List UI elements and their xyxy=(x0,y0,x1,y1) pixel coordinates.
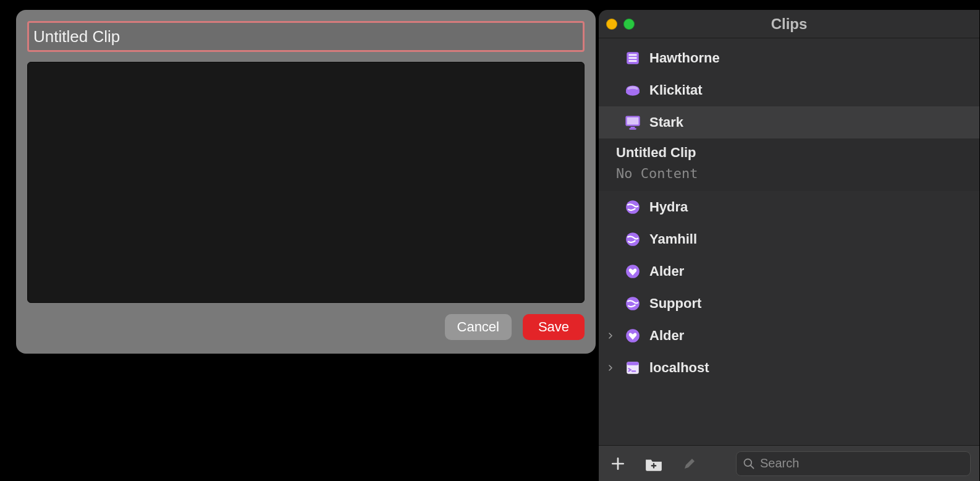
clip-preview-popout: Untitled Clip No Content xyxy=(599,138,979,191)
svg-rect-10 xyxy=(631,127,635,128)
list-item-label: Klickitat xyxy=(649,82,703,98)
clip-title-input[interactable] xyxy=(30,23,582,49)
list-item[interactable]: Hawthorne xyxy=(599,42,979,74)
zoom-dot[interactable] xyxy=(623,19,635,30)
list-item-label: Support xyxy=(649,296,701,312)
svg-rect-1 xyxy=(629,54,637,56)
display-icon xyxy=(623,113,642,132)
clip-preview-title: Untitled Clip xyxy=(616,145,969,161)
list-item-label: Alder xyxy=(649,263,684,279)
minimize-dot[interactable] xyxy=(606,19,617,30)
list-item[interactable]: Alder xyxy=(599,255,979,287)
clips-panel: Clips Hawthorne Klickitat xyxy=(599,10,979,481)
list-item-label: Alder xyxy=(649,328,684,344)
svg-point-7 xyxy=(626,89,640,96)
search-field[interactable] xyxy=(736,451,971,476)
list-item[interactable]: Alder xyxy=(599,320,979,352)
chevron-right-icon[interactable] xyxy=(605,364,616,372)
book-icon xyxy=(623,49,642,67)
globe-icon xyxy=(623,294,642,313)
sheet-button-row: Cancel Save xyxy=(27,314,585,340)
globe-icon xyxy=(623,198,642,216)
clip-content-textarea[interactable] xyxy=(27,62,585,303)
edit-button[interactable] xyxy=(679,453,700,474)
clip-edit-sheet: Cancel Save xyxy=(16,10,596,354)
new-folder-button[interactable] xyxy=(643,453,664,474)
list-item[interactable]: Stark xyxy=(599,106,979,138)
list-item[interactable]: Support xyxy=(599,287,979,320)
search-input[interactable] xyxy=(760,456,964,470)
list-item-label: Hawthorne xyxy=(649,50,720,66)
svg-rect-3 xyxy=(629,60,637,62)
svg-rect-2 xyxy=(629,57,637,59)
list-item-label: Stark xyxy=(649,114,683,130)
list-item[interactable]: Hydra xyxy=(599,191,979,223)
clips-list: Hawthorne Klickitat Stark Untitled Clip xyxy=(599,38,979,445)
cancel-button[interactable]: Cancel xyxy=(445,314,512,340)
list-item-label: Yamhill xyxy=(649,231,697,247)
svg-rect-11 xyxy=(629,128,636,129)
globe-icon xyxy=(623,230,642,249)
list-item[interactable]: Klickitat xyxy=(599,74,979,106)
list-item[interactable]: localhost xyxy=(599,352,979,384)
svg-rect-18 xyxy=(627,362,639,365)
panel-toolbar xyxy=(599,445,979,481)
list-item[interactable]: Yamhill xyxy=(599,223,979,255)
list-item-label: Hydra xyxy=(649,199,688,215)
svg-line-21 xyxy=(751,465,754,468)
add-button[interactable] xyxy=(607,453,628,474)
terminal-icon xyxy=(623,359,642,377)
clip-preview-content: No Content xyxy=(616,166,969,181)
svg-rect-9 xyxy=(627,117,639,125)
panel-title: Clips xyxy=(599,15,979,33)
panel-titlebar: Clips xyxy=(599,10,979,38)
heart-icon xyxy=(623,262,642,281)
clip-title-field-frame xyxy=(27,21,585,52)
list-item-label: localhost xyxy=(649,360,709,376)
save-button[interactable]: Save xyxy=(523,314,585,340)
search-icon xyxy=(743,458,755,470)
chevron-right-icon[interactable] xyxy=(605,332,616,339)
disc-icon xyxy=(623,81,642,100)
window-controls xyxy=(599,19,635,30)
heart-icon xyxy=(623,326,642,345)
